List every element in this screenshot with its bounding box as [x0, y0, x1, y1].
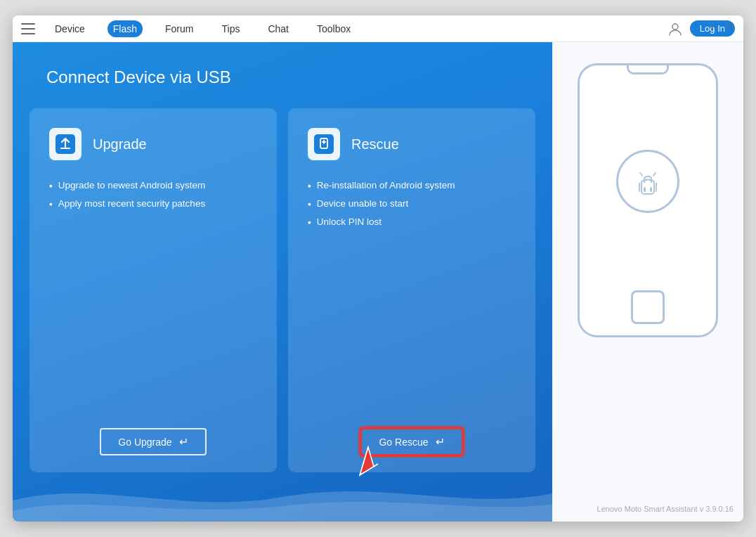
phone-illustration [578, 63, 718, 358]
hamburger-menu-icon[interactable] [21, 23, 35, 34]
bottom-wave [13, 472, 552, 522]
rescue-feature-1: Re-installation of Android system [308, 180, 516, 191]
titlebar: Device Flash Forum Tips Chat Toolbox Log… [13, 15, 743, 42]
cards-area: Upgrade Upgrade to newest Android system… [13, 108, 552, 472]
enter-icon: ↵ [179, 435, 188, 448]
upgrade-btn-row: Go Upgrade ↵ [49, 428, 257, 455]
svg-marker-4 [360, 447, 378, 475]
rescue-card: Rescue Re-installation of Android system… [288, 108, 535, 472]
nav-item-tips[interactable]: Tips [216, 20, 245, 37]
go-rescue-label: Go Rescue [379, 436, 428, 448]
rescue-feature-3: Unlock PIN lost [308, 216, 516, 228]
upgrade-card-title: Upgrade [93, 136, 147, 153]
upgrade-card-header: Upgrade [49, 128, 257, 160]
rescue-enter-icon: ↵ [436, 435, 445, 448]
phone-screen [580, 65, 716, 290]
main-content: Connect Device via USB Upgrade [13, 42, 743, 522]
svg-line-13 [653, 173, 656, 176]
nav-item-forum[interactable]: Forum [159, 20, 199, 37]
android-icon [616, 150, 679, 213]
nav-item-chat[interactable]: Chat [262, 20, 294, 37]
nav-item-flash[interactable]: Flash [107, 20, 143, 37]
rescue-feature-2: Device unable to start [308, 198, 516, 209]
nav-bar: Device Flash Forum Tips Chat Toolbox [49, 20, 356, 37]
cursor-arrow [353, 440, 384, 481]
left-panel: Connect Device via USB Upgrade [13, 42, 552, 522]
window-controls: — ✕ [708, 21, 735, 31]
page-title: Connect Device via USB [13, 42, 552, 108]
svg-point-9 [649, 179, 651, 181]
nav-item-toolbox[interactable]: Toolbox [311, 20, 356, 37]
titlebar-left: Device Flash Forum Tips Chat Toolbox [21, 20, 667, 37]
upgrade-feature-2: Apply most recent security patches [49, 198, 257, 209]
phone-home-button [631, 290, 665, 324]
go-upgrade-label: Go Upgrade [118, 436, 171, 448]
svg-rect-7 [650, 187, 652, 192]
go-upgrade-button[interactable]: Go Upgrade ↵ [100, 428, 206, 455]
phone-notch [627, 65, 669, 75]
right-panel: Lenovo Moto Smart Assistant v 3.9.0.16 [552, 42, 743, 522]
upgrade-card: Upgrade Upgrade to newest Android system… [30, 108, 277, 472]
phone-outline [578, 63, 718, 337]
minimize-button[interactable]: — [708, 21, 718, 31]
rescue-card-title: Rescue [351, 136, 399, 153]
close-button[interactable]: ✕ [725, 21, 735, 31]
version-label: Lenovo Moto Smart Assistant v 3.9.0.16 [597, 502, 736, 515]
app-window: Device Flash Forum Tips Chat Toolbox Log… [13, 15, 743, 522]
rescue-features: Re-installation of Android system Device… [308, 180, 516, 411]
upgrade-feature-1: Upgrade to newest Android system [49, 180, 257, 191]
upgrade-icon [49, 128, 82, 160]
nav-item-device[interactable]: Device [49, 20, 91, 37]
rescue-icon [308, 128, 340, 160]
rescue-card-header: Rescue [308, 128, 516, 160]
upgrade-features: Upgrade to newest Android system Apply m… [49, 180, 257, 411]
rescue-btn-row: Go Rescue ↵ [308, 428, 516, 455]
svg-point-0 [672, 24, 678, 30]
svg-point-8 [645, 179, 647, 181]
user-icon [667, 21, 683, 37]
svg-line-12 [640, 173, 642, 176]
svg-rect-6 [644, 187, 646, 192]
